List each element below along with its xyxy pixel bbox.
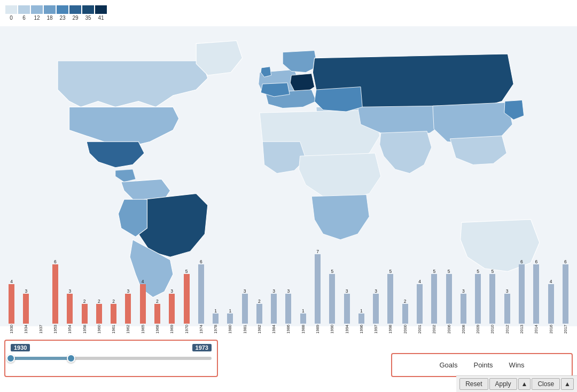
bar-value: 2 bbox=[98, 299, 100, 304]
bar-item: 51998 bbox=[383, 269, 397, 334]
bar-value: 3 bbox=[244, 289, 246, 294]
bar-item: 52010 bbox=[485, 269, 500, 334]
bar-item: 21982 bbox=[252, 299, 267, 334]
bar-item: 61953 bbox=[48, 260, 63, 334]
bar-rect bbox=[475, 274, 481, 324]
bar-year-label: 1953 bbox=[53, 325, 58, 334]
bar-rect bbox=[504, 294, 510, 324]
bar-year-label: 1962 bbox=[126, 325, 130, 334]
bar-rect bbox=[82, 304, 88, 324]
bar-year-label: 1970 bbox=[184, 325, 189, 334]
bar-rect bbox=[431, 274, 437, 324]
bar-value: 6 bbox=[200, 260, 202, 264]
bar-item: 62013 bbox=[514, 260, 529, 334]
apply-button[interactable]: Apply bbox=[489, 378, 517, 390]
legend-swatches bbox=[5, 5, 107, 14]
bar-rect bbox=[344, 294, 350, 324]
bar-rect bbox=[387, 274, 393, 324]
bar-value: 1 bbox=[360, 309, 363, 313]
bar-item: 21968 bbox=[150, 299, 165, 334]
legend-label: 0 bbox=[5, 15, 17, 21]
bar-item: 71989 bbox=[310, 249, 325, 334]
bar-year-label: 2009 bbox=[475, 325, 480, 334]
bar-rect bbox=[184, 274, 190, 324]
bar-chart: 4193031934193761953319542195821960219613… bbox=[0, 232, 577, 334]
bar-item: 11996 bbox=[354, 309, 369, 334]
close-arrow-button[interactable]: ▲ bbox=[561, 378, 574, 390]
bar-rect bbox=[417, 284, 423, 324]
bar-value: 3 bbox=[346, 289, 348, 294]
bar-year-label: 2000 bbox=[403, 325, 408, 334]
bar-rect bbox=[125, 294, 131, 324]
bar-item: 21958 bbox=[77, 299, 91, 334]
bar-rect bbox=[227, 313, 233, 324]
year-range-slider[interactable]: 1930 1973 bbox=[4, 340, 218, 377]
bar-year-label: 2012 bbox=[505, 325, 510, 334]
bar-item: 31994 bbox=[339, 289, 354, 334]
bar-year-label: 1961 bbox=[111, 325, 116, 334]
legend-swatch bbox=[18, 5, 30, 14]
bar-value: 2 bbox=[83, 299, 86, 304]
bar-rect bbox=[52, 264, 58, 324]
bar-value: 3 bbox=[68, 289, 71, 294]
bar-value: 3 bbox=[506, 289, 509, 294]
bar-value: 6 bbox=[564, 260, 567, 264]
legend-swatch bbox=[5, 5, 17, 14]
bar-rect bbox=[154, 304, 160, 324]
bar-value: 5 bbox=[448, 269, 450, 274]
bar-item: 31969 bbox=[165, 289, 179, 334]
bar-year-label: 1960 bbox=[97, 325, 102, 334]
bar-value: 6 bbox=[520, 260, 523, 264]
legend-label: 18 bbox=[44, 15, 56, 21]
bar-rect bbox=[242, 294, 248, 324]
bar-value: 5 bbox=[433, 269, 435, 274]
bar-rect bbox=[461, 294, 466, 324]
slider-fill bbox=[11, 357, 71, 360]
bar-year-label: 1954 bbox=[67, 325, 72, 334]
slider-track[interactable] bbox=[11, 357, 212, 360]
legend-swatch bbox=[31, 5, 43, 14]
reset-button[interactable]: Reset bbox=[459, 378, 488, 390]
bar-item: 42016 bbox=[543, 279, 558, 334]
bar-value: 4 bbox=[142, 279, 144, 284]
points-metric[interactable]: Points bbox=[473, 361, 493, 369]
bar-year-label: 1994 bbox=[345, 325, 349, 334]
legend-label: 6 bbox=[18, 15, 30, 21]
bar-rect bbox=[271, 294, 277, 324]
bar-year-label: 1980 bbox=[228, 325, 232, 334]
bar-value: 2 bbox=[258, 299, 261, 304]
bar-item: 61974 bbox=[194, 260, 208, 334]
legend-swatch bbox=[57, 5, 68, 14]
wins-metric[interactable]: Wins bbox=[509, 361, 525, 369]
map-legend: 06121823293541 bbox=[5, 5, 107, 21]
bar-value: 1 bbox=[229, 309, 231, 313]
bar-value: 6 bbox=[535, 260, 537, 264]
bar-year-label: 1986 bbox=[286, 325, 291, 334]
bar-year-label: 1930 bbox=[9, 325, 14, 334]
bar-item: 31981 bbox=[238, 289, 252, 334]
metric-legend-panel[interactable]: Goals Points Wins bbox=[391, 353, 573, 377]
close-button[interactable]: Close bbox=[532, 378, 560, 390]
bar-year-label: 1934 bbox=[24, 325, 28, 334]
slider-thumb-right[interactable] bbox=[67, 354, 75, 363]
goals-metric[interactable]: Goals bbox=[440, 361, 458, 369]
bar-value: 5 bbox=[477, 269, 479, 274]
bar-year-label: 1969 bbox=[169, 325, 174, 334]
bar-rect bbox=[548, 284, 554, 324]
bar-year-label: 1974 bbox=[199, 325, 204, 334]
bar-item: 41930 bbox=[4, 279, 19, 334]
bar-value: 5 bbox=[492, 269, 494, 274]
bar-rect bbox=[300, 313, 306, 324]
bar-value: 6 bbox=[54, 260, 57, 264]
bar-item: 51990 bbox=[325, 269, 339, 334]
slider-thumb-left[interactable] bbox=[6, 354, 15, 363]
bar-rect bbox=[402, 304, 408, 324]
bar-rect bbox=[533, 264, 539, 324]
bar-rect bbox=[446, 274, 452, 324]
bar-item: 32012 bbox=[500, 289, 514, 334]
bar-year-label: 1997 bbox=[373, 325, 378, 334]
bar-year-label: 1978 bbox=[213, 325, 218, 334]
bar-rect bbox=[140, 284, 146, 324]
bar-item: 52002 bbox=[427, 269, 441, 334]
apply-arrow-button[interactable]: ▲ bbox=[518, 378, 531, 390]
